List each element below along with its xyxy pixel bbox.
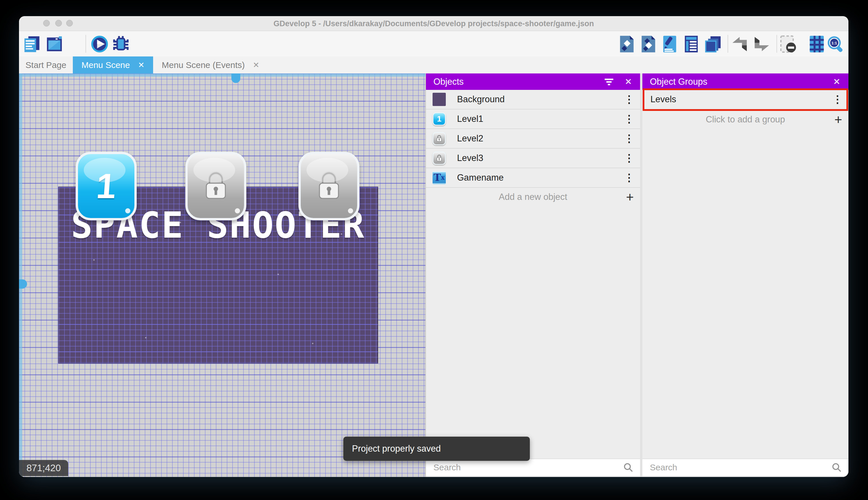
- star-decoration: [341, 233, 342, 235]
- objects-panel-icon[interactable]: [618, 35, 635, 53]
- canvas-horizontal-scrollbar[interactable]: [19, 73, 425, 77]
- title-bar: GDevelop 5 - /Users/dkarakay/Documents/G…: [19, 16, 848, 31]
- button-highlight-dot: [125, 208, 130, 213]
- object-groups-panel-icon[interactable]: [640, 35, 657, 53]
- content-area: SPACE SHOOTER 1: [19, 73, 848, 477]
- close-tab-icon[interactable]: ✕: [253, 60, 260, 70]
- level2-locked-sprite[interactable]: [185, 152, 246, 220]
- tab-start-page[interactable]: Start Page: [19, 56, 73, 73]
- main-toolbar: 1:1: [19, 31, 848, 56]
- close-panel-icon[interactable]: ✕: [625, 77, 632, 87]
- scene-canvas[interactable]: SPACE SHOOTER 1: [19, 73, 425, 477]
- add-object-label: Add a new object: [499, 192, 567, 202]
- layers-panel-icon[interactable]: [704, 35, 722, 53]
- group-row-levels[interactable]: Levels ⋮: [642, 90, 848, 110]
- object-name: Level1: [457, 114, 483, 124]
- star-decoration: [179, 222, 181, 223]
- lock-icon: [313, 167, 345, 205]
- app-window: GDevelop 5 - /Users/dkarakay/Documents/G…: [19, 16, 848, 477]
- toolbar-divider: [728, 35, 728, 53]
- group-menu-icon[interactable]: ⋮: [832, 94, 843, 104]
- object-thumbnail: [432, 92, 446, 106]
- objects-search-bar: [426, 458, 640, 476]
- zoom-1-1-icon[interactable]: 1:1: [826, 35, 844, 53]
- star-decoration: [312, 343, 314, 344]
- object-groups-panel: Object Groups ✕ Levels ⋮ Click to add a …: [642, 73, 848, 477]
- save-toast: Project properly saved: [343, 436, 530, 461]
- window-mask-icon[interactable]: [779, 35, 797, 53]
- screenshot-background: GDevelop 5 - /Users/dkarakay/Documents/G…: [0, 0, 868, 500]
- level1-button-sprite[interactable]: 1: [76, 152, 137, 220]
- object-thumbnail: Tx: [432, 171, 446, 185]
- object-menu-icon[interactable]: ⋮: [624, 153, 634, 163]
- objects-panel-title: Objects: [433, 77, 464, 87]
- level1-number: 1: [95, 166, 117, 206]
- vertical-scroll-handle[interactable]: [19, 280, 27, 288]
- project-manager-icon[interactable]: [24, 35, 41, 53]
- cursor-coordinates: 871;420: [19, 460, 68, 476]
- button-highlight-dot: [348, 208, 353, 213]
- groups-search-input[interactable]: [650, 463, 832, 472]
- tab-menu-scene[interactable]: Menu Scene ✕: [73, 56, 153, 73]
- horizontal-scroll-handle[interactable]: [231, 73, 240, 83]
- filter-icon[interactable]: [604, 78, 614, 86]
- objects-search-input[interactable]: [433, 463, 623, 472]
- object-name: Level2: [457, 133, 483, 144]
- lock-icon: [200, 167, 232, 205]
- object-thumbnail: [432, 132, 446, 146]
- properties-panel-icon[interactable]: [661, 35, 678, 53]
- tab-menu-scene-events[interactable]: Menu Scene (Events) ✕: [153, 56, 268, 73]
- redo-icon[interactable]: [753, 35, 770, 53]
- close-panel-icon[interactable]: ✕: [833, 77, 840, 87]
- add-object-row[interactable]: Add a new object +: [426, 188, 640, 206]
- object-menu-icon[interactable]: ⋮: [624, 133, 634, 144]
- instances-list-icon[interactable]: [683, 35, 700, 53]
- window-title: GDevelop 5 - /Users/dkarakay/Documents/G…: [19, 16, 848, 31]
- object-row-background[interactable]: Background ⋮: [426, 90, 640, 110]
- group-name: Levels: [650, 94, 676, 104]
- object-thumbnail: [432, 151, 446, 165]
- add-object-plus-icon[interactable]: +: [626, 189, 634, 205]
- tab-label: Menu Scene: [81, 60, 130, 70]
- undo-icon[interactable]: [731, 35, 749, 53]
- object-name: Level3: [457, 153, 483, 163]
- tab-label: Menu Scene (Events): [162, 60, 245, 70]
- objects-panel-header: Objects ✕: [426, 73, 640, 90]
- debug-icon[interactable]: [112, 35, 129, 53]
- lock-icon: [435, 154, 443, 162]
- object-thumbnail: 1: [432, 112, 446, 126]
- objects-panel: Objects ✕ Background ⋮: [426, 73, 640, 477]
- object-menu-icon[interactable]: ⋮: [624, 172, 634, 183]
- editor-tabs: Start Page Menu Scene ✕ Menu Scene (Even…: [19, 56, 848, 73]
- star-decoration: [93, 259, 95, 261]
- object-name: Gamename: [457, 172, 504, 183]
- object-menu-icon[interactable]: ⋮: [624, 94, 634, 104]
- lock-icon: [435, 134, 443, 143]
- object-row-level1[interactable]: 1 Level1 ⋮: [426, 110, 640, 129]
- svg-text:1:1: 1:1: [831, 41, 837, 45]
- star-decoration: [145, 337, 146, 338]
- button-highlight-dot: [235, 208, 240, 213]
- add-group-row[interactable]: Click to add a group +: [642, 110, 848, 129]
- object-row-gamename[interactable]: Tx Gamename ⋮: [426, 168, 640, 188]
- search-icon: [623, 463, 633, 472]
- object-name: Background: [457, 94, 505, 104]
- add-group-label: Click to add a group: [706, 114, 785, 125]
- search-icon: [832, 463, 842, 472]
- grid-icon[interactable]: [808, 35, 825, 53]
- toolbar-divider: [776, 35, 777, 53]
- level3-locked-sprite[interactable]: [298, 152, 360, 220]
- canvas-vertical-scrollbar[interactable]: [19, 73, 22, 477]
- object-row-level2[interactable]: Level2 ⋮: [426, 129, 640, 149]
- scene-editor-icon[interactable]: [46, 35, 63, 53]
- add-group-plus-icon[interactable]: +: [834, 112, 842, 127]
- groups-search-bar: [642, 458, 848, 476]
- tab-label: Start Page: [26, 60, 67, 70]
- toolbar-divider: [85, 35, 86, 53]
- play-icon[interactable]: [91, 35, 108, 53]
- object-groups-panel-header: Object Groups ✕: [642, 73, 848, 90]
- object-row-level3[interactable]: Level3 ⋮: [426, 149, 640, 168]
- object-groups-panel-title: Object Groups: [650, 77, 707, 87]
- close-tab-icon[interactable]: ✕: [138, 60, 144, 70]
- object-menu-icon[interactable]: ⋮: [624, 114, 634, 124]
